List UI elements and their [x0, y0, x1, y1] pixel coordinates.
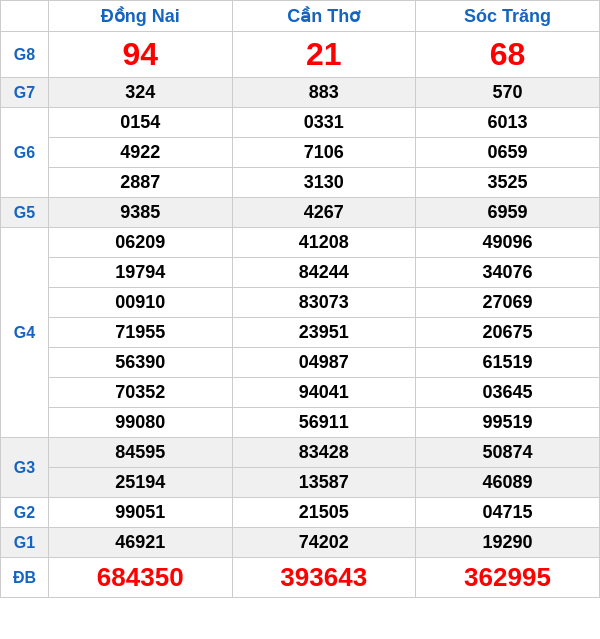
table-row: G4062094120849096: [1, 228, 600, 258]
table-row: ĐB684350393643362995: [1, 558, 600, 598]
cell-value: 83428: [232, 438, 416, 468]
cell-value: 7106: [232, 138, 416, 168]
cell-value: 99051: [49, 498, 233, 528]
row-label: G3: [1, 438, 49, 498]
table-row: G5938542676959: [1, 198, 600, 228]
cell-value: 25194: [49, 468, 233, 498]
table-row: G2990512150504715: [1, 498, 600, 528]
cell-value: 70352: [49, 378, 233, 408]
table-row: 009108307327069: [1, 288, 600, 318]
cell-value: 883: [232, 78, 416, 108]
cell-value: 21: [232, 32, 416, 78]
cell-value: 46921: [49, 528, 233, 558]
cell-value: 0659: [416, 138, 600, 168]
cell-value: 393643: [232, 558, 416, 598]
cell-value: 83073: [232, 288, 416, 318]
lottery-table: Đồng Nai Cần Thơ Sóc Trăng G8942168G7324…: [0, 0, 600, 598]
cell-value: 13587: [232, 468, 416, 498]
table-row: G1469217420219290: [1, 528, 600, 558]
row-label: G8: [1, 32, 49, 78]
header-soc-trang: Sóc Trăng: [416, 1, 600, 32]
cell-value: 34076: [416, 258, 600, 288]
cell-value: 68: [416, 32, 600, 78]
table-row: 251941358746089: [1, 468, 600, 498]
table-row: G6015403316013: [1, 108, 600, 138]
cell-value: 0154: [49, 108, 233, 138]
cell-value: 61519: [416, 348, 600, 378]
cell-value: 19290: [416, 528, 600, 558]
cell-value: 99519: [416, 408, 600, 438]
table-row: G3845958342850874: [1, 438, 600, 468]
cell-value: 71955: [49, 318, 233, 348]
cell-value: 46089: [416, 468, 600, 498]
cell-value: 41208: [232, 228, 416, 258]
cell-value: 49096: [416, 228, 600, 258]
table-row: G8942168: [1, 32, 600, 78]
cell-value: 27069: [416, 288, 600, 318]
cell-value: 50874: [416, 438, 600, 468]
cell-value: 3525: [416, 168, 600, 198]
cell-value: 23951: [232, 318, 416, 348]
row-label: G5: [1, 198, 49, 228]
cell-value: 04987: [232, 348, 416, 378]
cell-value: 21505: [232, 498, 416, 528]
table-row: 288731303525: [1, 168, 600, 198]
cell-value: 06209: [49, 228, 233, 258]
cell-value: 2887: [49, 168, 233, 198]
row-label: G2: [1, 498, 49, 528]
cell-value: 56911: [232, 408, 416, 438]
table-row: 492271060659: [1, 138, 600, 168]
cell-value: 0331: [232, 108, 416, 138]
cell-value: 6013: [416, 108, 600, 138]
cell-value: 4267: [232, 198, 416, 228]
table-row: 719552395120675: [1, 318, 600, 348]
table-row: G7324883570: [1, 78, 600, 108]
cell-value: 9385: [49, 198, 233, 228]
cell-value: 362995: [416, 558, 600, 598]
cell-value: 19794: [49, 258, 233, 288]
cell-value: 74202: [232, 528, 416, 558]
cell-value: 324: [49, 78, 233, 108]
cell-value: 570: [416, 78, 600, 108]
cell-value: 84595: [49, 438, 233, 468]
row-label: G4: [1, 228, 49, 438]
cell-value: 04715: [416, 498, 600, 528]
header-dong-nai: Đồng Nai: [49, 1, 233, 32]
cell-value: 94: [49, 32, 233, 78]
table-row: 197948424434076: [1, 258, 600, 288]
cell-value: 99080: [49, 408, 233, 438]
header-can-tho: Cần Thơ: [232, 1, 416, 32]
header-label: [1, 1, 49, 32]
cell-value: 20675: [416, 318, 600, 348]
table-row: 703529404103645: [1, 378, 600, 408]
row-label: G6: [1, 108, 49, 198]
row-label: ĐB: [1, 558, 49, 598]
cell-value: 94041: [232, 378, 416, 408]
cell-value: 4922: [49, 138, 233, 168]
cell-value: 3130: [232, 168, 416, 198]
cell-value: 84244: [232, 258, 416, 288]
cell-value: 03645: [416, 378, 600, 408]
cell-value: 684350: [49, 558, 233, 598]
cell-value: 6959: [416, 198, 600, 228]
cell-value: 00910: [49, 288, 233, 318]
row-label: G1: [1, 528, 49, 558]
row-label: G7: [1, 78, 49, 108]
table-row: 563900498761519: [1, 348, 600, 378]
table-row: 990805691199519: [1, 408, 600, 438]
header-row: Đồng Nai Cần Thơ Sóc Trăng: [1, 1, 600, 32]
cell-value: 56390: [49, 348, 233, 378]
